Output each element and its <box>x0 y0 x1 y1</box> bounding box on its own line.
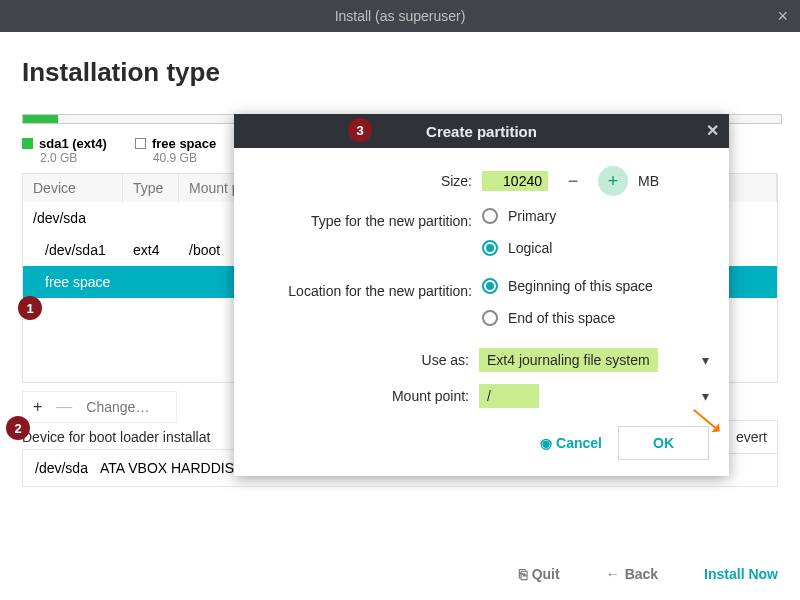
radio-logical[interactable]: Logical <box>482 240 552 256</box>
disk-used-segment <box>23 115 58 123</box>
window-titlebar: Install (as superuser) × <box>0 0 800 32</box>
svg-line-0 <box>694 410 715 428</box>
radio-icon <box>482 208 498 224</box>
arrow-left-icon: ← <box>606 566 620 582</box>
cancel-button[interactable]: ◉Cancel <box>540 435 602 451</box>
legend-swatch-used <box>22 138 33 149</box>
quit-button[interactable]: ⎘Quit <box>519 566 560 582</box>
radio-end[interactable]: End of this space <box>482 310 615 326</box>
annotation-badge-1: 1 <box>18 296 42 320</box>
ok-button[interactable]: OK <box>618 426 709 460</box>
add-partition-button[interactable]: + <box>33 398 42 416</box>
chevron-down-icon: ▾ <box>702 388 709 404</box>
legend-part-size: 2.0 GB <box>40 151 107 165</box>
size-unit: MB <box>638 173 659 189</box>
exit-icon: ⎘ <box>519 566 527 582</box>
location-label: Location for the new partition: <box>254 283 482 299</box>
radio-icon <box>482 310 498 326</box>
cancel-icon: ◉ <box>540 435 552 451</box>
create-partition-dialog: Create partition ✕ Size: − + MB Type for… <box>234 114 729 476</box>
change-partition-button[interactable]: Change… <box>86 399 149 415</box>
radio-icon <box>482 278 498 294</box>
revert-button[interactable]: evert <box>725 420 778 454</box>
wizard-bottombar: ⎘Quit ←Back Install Now <box>519 566 778 582</box>
close-icon[interactable]: ✕ <box>706 121 719 140</box>
legend-part-label: sda1 (ext4) <box>39 136 107 151</box>
back-button[interactable]: ←Back <box>606 566 658 582</box>
legend-free-size: 40.9 GB <box>153 151 216 165</box>
legend-swatch-free <box>135 138 146 149</box>
radio-beginning[interactable]: Beginning of this space <box>482 278 653 294</box>
size-minus-button[interactable]: − <box>558 166 588 196</box>
size-label: Size: <box>254 173 482 189</box>
use-as-label: Use as: <box>254 352 479 368</box>
window-title: Install (as superuser) <box>335 8 466 24</box>
radio-icon <box>482 240 498 256</box>
dialog-titlebar: Create partition ✕ <box>234 114 729 148</box>
dialog-title: Create partition <box>426 123 537 140</box>
size-plus-button[interactable]: + <box>598 166 628 196</box>
legend-free-label: free space <box>152 136 216 151</box>
col-device: Device <box>23 174 123 202</box>
mount-point-select[interactable]: /▾ <box>479 384 709 408</box>
page-title: Installation type <box>0 32 800 96</box>
chevron-down-icon: ▾ <box>702 352 709 368</box>
partition-toolbar: + — Change… <box>22 391 177 423</box>
annotation-badge-2: 2 <box>6 416 30 440</box>
remove-partition-button[interactable]: — <box>56 398 72 416</box>
col-type: Type <box>123 174 179 202</box>
radio-primary[interactable]: Primary <box>482 208 556 224</box>
install-now-button[interactable]: Install Now <box>704 566 778 582</box>
use-as-select[interactable]: Ext4 journaling file system▾ <box>479 348 709 372</box>
annotation-badge-3: 3 <box>348 118 372 142</box>
bootloader-device: /dev/sda <box>35 460 88 476</box>
type-label: Type for the new partition: <box>254 213 482 229</box>
mount-point-label: Mount point: <box>254 388 479 404</box>
size-input[interactable] <box>482 171 548 191</box>
close-icon[interactable]: × <box>777 6 788 27</box>
